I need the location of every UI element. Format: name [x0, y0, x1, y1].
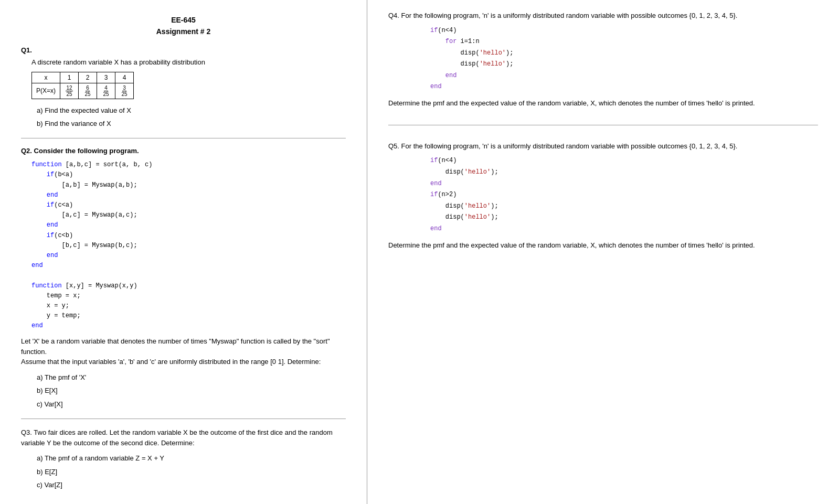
table-val-1: 12 25: [60, 83, 79, 99]
q3-parts: a) The pmf of a random variable Z = X + …: [37, 452, 346, 491]
divider-2: [21, 419, 346, 419]
probability-table: x 1 2 3 4 P(X=x) 12 25: [31, 72, 134, 99]
table-val-4: 3 25: [115, 83, 134, 99]
fraction-4-25: 4 25: [102, 85, 109, 97]
q1-part-b: b) Find the variance of X: [37, 117, 346, 130]
table-col-4: 4: [115, 72, 134, 83]
fraction-6-25: 6 25: [84, 85, 91, 97]
table-col-1: 1: [60, 72, 79, 83]
table-val-2: 6 25: [79, 83, 97, 99]
q1-label: Q1.: [21, 46, 346, 54]
q4-label: Q4. For the following program, 'n' is a …: [388, 10, 818, 21]
q3-section: Q3. Two fair dices are rolled. Let the r…: [21, 427, 346, 491]
table-col-2: 2: [79, 72, 97, 83]
q2-parts: a) The pmf of 'X' b) E[X] c) Var[X]: [37, 371, 346, 410]
q2-part-a: a) The pmf of 'X': [37, 371, 346, 383]
q2-section: Q2. Consider the following program. func…: [21, 147, 346, 410]
q2-code: function [a,b,c] = sort(a, b, c) if(b<a)…: [31, 160, 346, 331]
table-val-3: 4 25: [97, 83, 115, 99]
fraction-3-25: 3 25: [121, 85, 128, 97]
q1-section: Q1. A discrete random variable X has a p…: [21, 46, 346, 130]
q1-parts: a) Find the expected value of X b) Find …: [37, 104, 346, 130]
q5-label: Q5. For the following program, 'n' is a …: [388, 141, 818, 152]
fraction-12-25: 12 25: [66, 85, 72, 97]
q5-section: Q5. For the following program, 'n' is a …: [388, 141, 818, 251]
q3-label: Q3. Two fair dices are rolled. Let the r…: [21, 427, 346, 448]
divider-3: [388, 125, 818, 125]
q4-determine: Determine the pmf and the expected value…: [388, 98, 818, 109]
table-col-3: 3: [97, 72, 115, 83]
q3-part-c: c) Var[Z]: [37, 479, 346, 491]
q2-description: Let 'X' be a random variable that denote…: [21, 336, 346, 367]
q1-description: A discrete random variable X has a proba…: [31, 57, 346, 68]
q3-part-b: b) E[Z]: [37, 466, 346, 478]
divider-1: [21, 138, 346, 138]
table-row-label: P(X=x): [32, 83, 60, 99]
q5-determine: Determine the pmf and the expected value…: [388, 240, 818, 251]
q2-part-b: b) E[X]: [37, 384, 346, 396]
assignment-title: Assignment # 2: [21, 27, 346, 36]
q2-part-c: c) Var[X]: [37, 398, 346, 410]
course-title: EE-645: [21, 16, 346, 24]
q4-section: Q4. For the following program, 'n' is a …: [388, 10, 818, 109]
q1-part-a: a) Find the expected value of X: [37, 104, 346, 116]
q5-code: if(n<4) disp('hello'); end if(n>2) disp(…: [430, 155, 818, 234]
q3-part-a: a) The pmf of a random variable Z = X + …: [37, 452, 346, 464]
table-header-x: x: [32, 72, 60, 83]
q4-code: if(n<4) for i=1:n disp('hello'); disp('h…: [430, 25, 818, 93]
q2-label: Q2. Consider the following program.: [21, 147, 346, 155]
